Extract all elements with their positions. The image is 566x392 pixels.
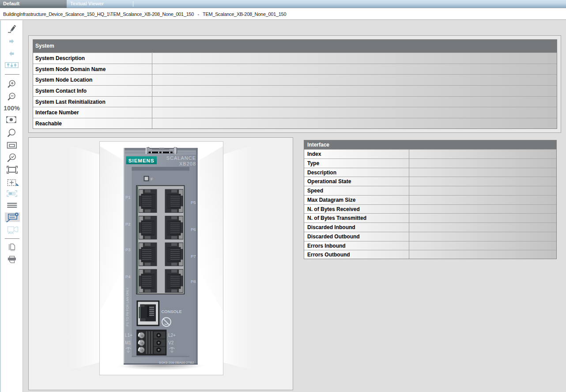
- svg-text:CONSOLE: CONSOLE: [162, 309, 182, 314]
- svg-text:F: F: [151, 177, 153, 181]
- svg-text:P5: P5: [191, 200, 196, 205]
- svg-text:V2: V2: [168, 340, 174, 345]
- svg-text:P1: P1: [125, 195, 131, 200]
- svg-text:XB208: XB208: [179, 161, 196, 166]
- svg-text:P1 TO P8 FOR LAN ONLY: P1 TO P8 FOR LAN ONLY: [125, 287, 129, 326]
- svg-text:6GK5 208-0BA00-2TB2: 6GK5 208-0BA00-2TB2: [159, 361, 194, 365]
- svg-text:L1+: L1+: [125, 333, 132, 338]
- svg-text:P6: P6: [191, 227, 196, 232]
- svg-text:SIEMENS: SIEMENS: [128, 158, 155, 163]
- svg-text:P8: P8: [191, 279, 196, 284]
- svg-text:P4: P4: [125, 274, 131, 279]
- svg-text:L2+: L2+: [168, 333, 176, 338]
- svg-text:P7: P7: [191, 254, 196, 259]
- svg-text:P2: P2: [125, 222, 131, 226]
- svg-text:SCALANCE: SCALANCE: [166, 155, 196, 161]
- svg-text:M1: M1: [125, 340, 131, 345]
- svg-text:P3: P3: [125, 247, 131, 252]
